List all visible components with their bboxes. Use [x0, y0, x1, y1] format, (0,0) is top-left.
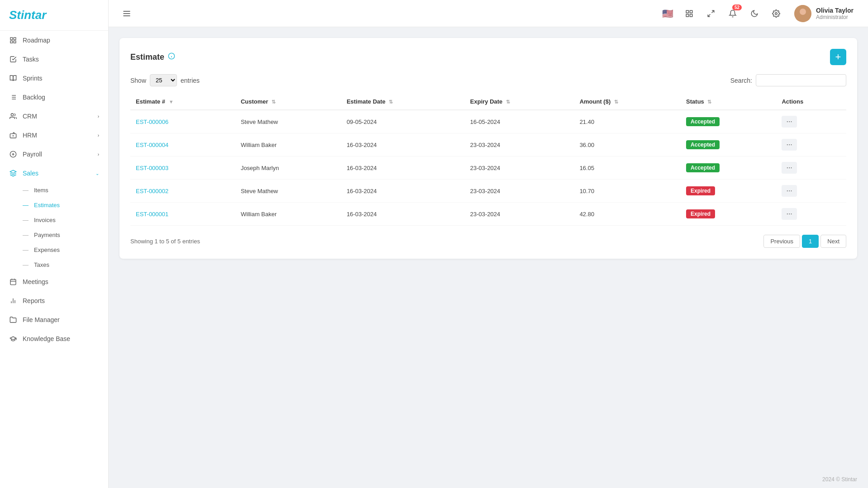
notification-bell[interactable]: 52	[725, 6, 740, 21]
row-actions-button[interactable]: ···	[782, 116, 796, 128]
col-estimate-num[interactable]: Estimate # ▼	[130, 94, 235, 110]
sidebar-item-payroll[interactable]: Payroll ›	[0, 145, 108, 164]
sidebar-item-invoices[interactable]: — Invoices	[0, 213, 108, 227]
cell-actions: ···	[776, 180, 846, 203]
svg-rect-28	[690, 10, 692, 13]
chevron-down-icon: ⌄	[95, 171, 99, 176]
sidebar-item-taxes[interactable]: — Taxes	[0, 257, 108, 272]
sidebar-item-label: Backlog	[23, 94, 99, 101]
cell-customer: William Baker	[235, 203, 341, 226]
sidebar-item-items[interactable]: — Items	[0, 183, 108, 198]
svg-rect-27	[686, 10, 688, 13]
page-content: Estimate + Show 10 25 50 100 entri	[109, 27, 868, 471]
row-actions-button[interactable]: ···	[782, 139, 796, 151]
sidebar-item-estimates[interactable]: — Estimates	[0, 198, 108, 213]
estimate-link[interactable]: EST-000002	[136, 188, 168, 194]
col-estimate-date[interactable]: Estimate Date ⇅	[341, 94, 465, 110]
sidebar-item-label: Tasks	[23, 56, 99, 63]
estimate-link[interactable]: EST-000001	[136, 211, 168, 218]
cell-estimate-num: EST-000006	[130, 110, 235, 133]
sidebar-item-backlog[interactable]: Backlog	[0, 88, 108, 107]
user-role: Administrator	[816, 14, 854, 20]
sort-icon: ⇅	[614, 99, 618, 104]
user-info: Olivia Taylor Administrator	[816, 7, 854, 20]
dash-icon: —	[23, 246, 29, 253]
sidebar-item-sprints[interactable]: Sprints	[0, 69, 108, 88]
estimate-link[interactable]: EST-000006	[136, 118, 168, 125]
sidebar-item-reports[interactable]: Reports	[0, 291, 108, 310]
layout-button[interactable]	[704, 6, 718, 21]
sidebar-item-meetings[interactable]: Meetings	[0, 272, 108, 291]
sidebar-item-file-manager[interactable]: File Manager	[0, 310, 108, 329]
sidebar-item-hrm[interactable]: HRM ›	[0, 126, 108, 145]
info-icon[interactable]	[168, 52, 175, 62]
user-profile[interactable]: Olivia Taylor Administrator	[791, 3, 857, 24]
table-controls: Show 10 25 50 100 entries Search:	[130, 74, 846, 86]
chevron-right-icon: ›	[98, 133, 99, 138]
cell-estimate-num: EST-000003	[130, 156, 235, 180]
previous-page-button[interactable]: Previous	[763, 235, 800, 248]
pagination: Showing 1 to 5 of 5 entries Previous 1 N…	[130, 235, 846, 248]
apps-grid-button[interactable]	[682, 6, 696, 21]
sidebar-item-sales[interactable]: Sales ⌄	[0, 164, 108, 183]
sidebar-item-label: Knowledge Base	[23, 335, 99, 342]
sidebar-item-label: Sales	[23, 170, 90, 177]
sidebar-item-expenses[interactable]: — Expenses	[0, 242, 108, 257]
sidebar-item-knowledge-base[interactable]: Knowledge Base	[0, 329, 108, 348]
search-input[interactable]	[756, 74, 846, 86]
sidebar-item-tasks[interactable]: Tasks	[0, 50, 108, 69]
nav-items: Roadmap Tasks Sprints Backlog CRM ›	[0, 31, 108, 348]
user-name: Olivia Taylor	[816, 7, 854, 14]
row-actions-button[interactable]: ···	[782, 208, 796, 220]
tasks-icon	[9, 55, 17, 63]
add-estimate-button[interactable]: +	[830, 49, 846, 65]
entries-label: entries	[181, 77, 200, 84]
sidebar-item-crm[interactable]: CRM ›	[0, 107, 108, 126]
table-row: EST-000001 William Baker 16-03-2024 23-0…	[130, 203, 846, 226]
settings-button[interactable]	[769, 6, 783, 21]
entries-select[interactable]: 10 25 50 100	[150, 74, 177, 86]
status-badge: Expired	[686, 209, 715, 218]
next-page-button[interactable]: Next	[820, 235, 846, 248]
col-status[interactable]: Status ⇅	[681, 94, 776, 110]
cell-expiry-date: 23-03-2024	[465, 133, 574, 156]
status-badge: Accepted	[686, 140, 720, 149]
payroll-icon	[9, 150, 17, 158]
sidebar-sub-item-label: Payments	[34, 232, 60, 238]
menu-toggle-button[interactable]	[119, 6, 134, 21]
table-row: EST-000004 William Baker 16-03-2024 23-0…	[130, 133, 846, 156]
col-customer[interactable]: Customer ⇅	[235, 94, 341, 110]
card-title: Estimate	[130, 52, 175, 62]
sidebar-item-label: CRM	[23, 113, 92, 120]
sidebar-item-roadmap[interactable]: Roadmap	[0, 31, 108, 50]
search-control: Search:	[730, 74, 846, 86]
estimate-link[interactable]: EST-000004	[136, 142, 168, 148]
copyright-text: 2024 © Stintar	[822, 476, 857, 483]
table-row: EST-000006 Steve Mathew 09-05-2024 16-05…	[130, 110, 846, 133]
logo-text: Stintar	[9, 8, 99, 22]
col-actions: Actions	[776, 94, 846, 110]
sidebar-sub-item-label: Expenses	[34, 246, 60, 253]
hrm-icon	[9, 131, 17, 139]
sidebar-item-label: HRM	[23, 132, 92, 139]
cell-estimate-date: 16-03-2024	[341, 156, 465, 180]
estimate-link[interactable]: EST-000003	[136, 165, 168, 171]
cell-status: Accepted	[681, 156, 776, 180]
col-expiry-date[interactable]: Expiry Date ⇅	[465, 94, 574, 110]
row-actions-button[interactable]: ···	[782, 185, 796, 197]
sidebar-item-label: Reports	[23, 297, 99, 304]
page-1-button[interactable]: 1	[802, 235, 819, 248]
svg-rect-0	[10, 38, 13, 40]
dark-mode-toggle[interactable]	[747, 6, 762, 21]
sidebar-sub-item-label: Estimates	[34, 202, 60, 208]
col-amount[interactable]: Amount ($) ⇅	[574, 94, 681, 110]
sort-icon: ⇅	[506, 99, 510, 104]
language-selector[interactable]: 🇺🇸	[660, 6, 675, 21]
table-body: EST-000006 Steve Mathew 09-05-2024 16-05…	[130, 110, 846, 226]
sidebar-item-label: Payroll	[23, 151, 92, 158]
sidebar-item-payments[interactable]: — Payments	[0, 227, 108, 242]
table-row: EST-000002 Steve Mathew 16-03-2024 23-03…	[130, 180, 846, 203]
row-actions-button[interactable]: ···	[782, 162, 796, 174]
app-logo[interactable]: Stintar	[0, 0, 108, 31]
dash-icon: —	[23, 232, 29, 238]
